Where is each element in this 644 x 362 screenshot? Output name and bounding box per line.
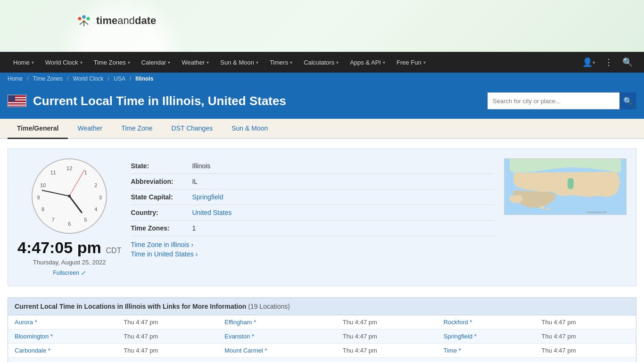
location-name-cell: Effingham * (218, 315, 336, 329)
timezone-label: CDT (106, 247, 122, 255)
location-time-cell: Thu 4:47 pm (336, 344, 437, 358)
nav-right-icons: 👤 ▾ ⋮ 🔍 (578, 52, 636, 73)
breadcrumb: Home / Time Zones / World Clock / USA / … (0, 73, 644, 85)
svg-point-10 (540, 206, 545, 209)
abbr-row: Abbreviation: IL (131, 174, 495, 189)
location-name-cell: Springfield * (437, 329, 535, 344)
capital-label: State Capital: (131, 193, 192, 201)
freefun-chevron: ▾ (423, 60, 426, 65)
location-link[interactable]: Effingham * (224, 319, 256, 326)
logo[interactable]: timeanddate (75, 14, 156, 27)
location-name-cell: Orland Park * (218, 358, 336, 362)
country-link[interactable]: United States (192, 209, 231, 216)
location-name-cell: Aurora * (8, 315, 117, 329)
location-name-cell: Carbondale * (8, 344, 117, 358)
nav-weather[interactable]: Weather ▾ (176, 52, 215, 73)
location-link[interactable]: Rockford * (444, 319, 472, 326)
locations-section: Current Local Time in Locations in Illin… (8, 297, 636, 362)
table-row: Bloomington *Thu 4:47 pmEvanston *Thu 4:… (8, 329, 636, 344)
table-row: Carbondale *Thu 4:47 pmMount Carmel *Thu… (8, 344, 636, 358)
state-info-table: State: Illinois Abbreviation: IL State C… (131, 158, 495, 276)
search-input[interactable] (487, 92, 619, 109)
state-value: Illinois (192, 162, 210, 170)
info-section: 12 1 2 3 4 5 6 7 8 9 10 11 4:47:05 pm CD… (8, 148, 636, 286)
header-left: Current Local Time in Illinois, United S… (8, 94, 286, 108)
svg-marker-9 (510, 195, 523, 203)
location-link[interactable]: Time * (444, 347, 461, 354)
locations-header: Current Local Time in Locations in Illin… (8, 297, 636, 315)
svg-point-2 (86, 17, 90, 20)
table-row: Aurora *Thu 4:47 pmEffingham *Thu 4:47 p… (8, 315, 636, 329)
arrow-right-icon: › (191, 241, 193, 248)
clock-minute-hand (41, 190, 69, 197)
navbar: Home ▾ World Clock ▾ Time Zones ▾ Calend… (0, 52, 644, 73)
country-row: Country: United States (131, 205, 495, 221)
location-time-cell: Thu 4:47 pm (117, 344, 218, 358)
table-row: Champaign *Thu 4:47 pmOrland Park *Thu 4… (8, 358, 636, 362)
nav-time-zones[interactable]: Time Zones ▾ (88, 52, 136, 73)
location-time-cell: Thu 4:47 pm (535, 344, 636, 358)
share-icon-btn[interactable]: ⋮ (601, 52, 617, 73)
location-link[interactable]: Bloomington * (15, 333, 53, 340)
search-button[interactable]: 🔍 (619, 92, 636, 109)
arrow-right-icon-2: › (196, 250, 198, 258)
breadcrumb-home[interactable]: Home (8, 75, 23, 82)
location-link[interactable]: Aurora * (15, 319, 37, 326)
breadcrumb-worldclock[interactable]: World Clock (73, 75, 103, 82)
capital-row: State Capital: Springfield (131, 189, 495, 205)
location-name-cell: Evanston * (218, 329, 336, 344)
clock-second-hand (69, 169, 85, 196)
tab-weather[interactable]: Weather (68, 119, 112, 139)
location-link[interactable]: Springfield * (444, 333, 477, 340)
nav-home[interactable]: Home ▾ (8, 52, 40, 73)
location-link[interactable]: Mount Carmel * (224, 347, 267, 354)
digital-time: 4:47:05 pm (17, 239, 101, 256)
location-link[interactable]: Carbondale * (15, 347, 50, 354)
breadcrumb-timezones[interactable]: Time Zones (33, 75, 63, 82)
nav-timers[interactable]: Timers ▾ (264, 52, 298, 73)
tab-time-general[interactable]: Time/General (8, 119, 68, 139)
clock-hour-hand (69, 196, 83, 214)
breadcrumb-current: Illinois (135, 75, 153, 82)
nav-calculators[interactable]: Calculators ▾ (298, 52, 344, 73)
nav-apps-api[interactable]: Apps & API ▾ (344, 52, 391, 73)
search-box: 🔍 (487, 92, 636, 109)
tab-dst-changes[interactable]: DST Changes (162, 119, 223, 139)
state-row: State: Illinois (131, 158, 495, 174)
timers-chevron: ▾ (290, 60, 292, 65)
svg-text:© timeanddate.com: © timeanddate.com (586, 211, 606, 214)
search-icon: 🔍 (622, 57, 633, 67)
digital-time-display: 4:47:05 pm CDT (17, 239, 121, 257)
tab-sun-moon[interactable]: Sun & Moon (222, 119, 277, 139)
fullscreen-link[interactable]: Fullscreen ⤢ (53, 270, 86, 276)
location-name-cell: Time * (437, 344, 535, 358)
location-link[interactable]: Evanston * (224, 333, 254, 340)
abbr-value: IL (192, 178, 198, 185)
location-time-cell: Thu 4:47 pm (336, 315, 437, 329)
time-us-link[interactable]: Time in United States › (131, 250, 495, 258)
location-time-cell: Thu 4:47 pm (336, 358, 437, 362)
search-icon-btn[interactable]: 🔍 (619, 52, 636, 73)
location-time-cell: Thu 4:47 pm (117, 358, 218, 362)
search-submit-icon: 🔍 (623, 97, 633, 106)
nav-world-clock[interactable]: World Clock ▾ (40, 52, 88, 73)
user-icon-btn[interactable]: 👤 ▾ (578, 52, 599, 73)
clock-area: 12 1 2 3 4 5 6 7 8 9 10 11 4:47:05 pm CD… (17, 158, 121, 276)
breadcrumb-usa[interactable]: USA (114, 75, 125, 82)
svg-point-11 (546, 208, 550, 210)
timezone-illinois-link[interactable]: Time Zone in Illinois › (131, 241, 495, 248)
tab-time-zone[interactable]: Time Zone (112, 119, 162, 139)
user-icon: 👤 (582, 57, 593, 67)
share-icon: ⋮ (604, 57, 613, 67)
tab-bar: Time/General Weather Time Zone DST Chang… (0, 119, 644, 139)
calendar-chevron: ▾ (168, 60, 170, 65)
nav-free-fun[interactable]: Free Fun ▾ (391, 52, 431, 73)
page-title: Current Local Time in Illinois, United S… (33, 94, 286, 108)
capital-link[interactable]: Springfield (192, 193, 223, 201)
location-time-cell: Thu 4:47 pm (535, 358, 636, 362)
nav-calendar[interactable]: Calendar ▾ (136, 52, 176, 73)
fullscreen-icon: ⤢ (81, 270, 86, 276)
us-map[interactable]: © timeanddate.com (504, 158, 627, 215)
nav-sun-moon[interactable]: Sun & Moon ▾ (215, 52, 264, 73)
location-name-cell: Urbana * (437, 358, 535, 362)
